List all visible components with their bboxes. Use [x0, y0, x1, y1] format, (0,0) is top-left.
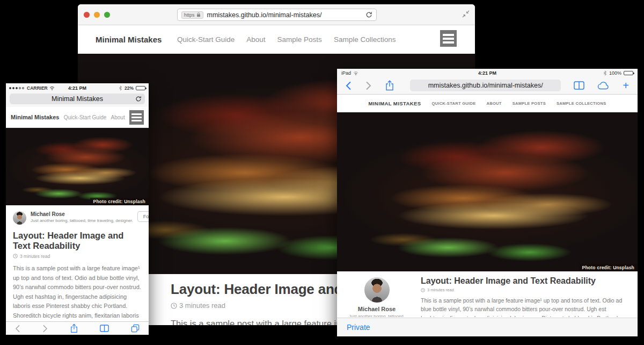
private-browsing-bar: Private: [337, 318, 638, 336]
bluetooth-icon: [603, 70, 607, 76]
url-text: mmistakes.github.io/minimal-mistakes/: [207, 11, 362, 19]
safari-url-row: Minimal Mistakes: [6, 92, 149, 107]
nav-link-about[interactable]: About: [246, 35, 265, 44]
author-bio: Just another boring, tattooed, time trav…: [337, 314, 416, 317]
post-main: Layout: Header Image and Text Readabilit…: [416, 271, 638, 317]
ipad-status-bar: iPad 4:21 PM 100%: [337, 69, 638, 77]
header-image: Photo credit: Unsplash: [6, 128, 149, 205]
nav-link-quick-start-guide[interactable]: QUICK-START GUIDE: [431, 101, 475, 106]
read-time: 3 minutes read: [421, 288, 623, 292]
post-title: Layout: Header Image and Text Readabilit…: [13, 231, 142, 251]
bookmarks-icon[interactable]: [574, 81, 584, 90]
share-icon[interactable]: [385, 80, 394, 91]
iphone-safari-window: CARRIER 4:21 PM 22% Minimal Mistakes: [6, 83, 149, 335]
status-right: 22%: [119, 85, 145, 91]
nav-link-sample-collections[interactable]: Sample Collections: [334, 35, 396, 44]
window-controls: [84, 12, 110, 18]
back-button[interactable]: [15, 325, 20, 333]
read-time-label: 3 minutes read: [427, 288, 454, 292]
new-tab-icon[interactable]: +: [623, 80, 629, 91]
site-title-link[interactable]: Minimal Mistakes: [96, 35, 162, 44]
header-image: Photo credit: Unsplash: [337, 112, 638, 271]
forward-button[interactable]: [365, 81, 371, 90]
forward-button[interactable]: [42, 325, 48, 333]
photo-credit-label: Photo credit: Unsplash: [90, 198, 149, 205]
address-bar[interactable]: https mmistakes.github.io/minimal-mistak…: [177, 9, 377, 21]
nav-link-about[interactable]: ABOUT: [486, 101, 501, 106]
browser-titlebar: https mmistakes.github.io/minimal-mistak…: [78, 4, 475, 25]
read-time-label: 3 minutes read: [20, 254, 50, 259]
lock-icon: [196, 12, 201, 17]
refresh-button[interactable]: [365, 11, 372, 18]
post-content: Michael Rose Just another boring, tattoo…: [337, 271, 638, 317]
site-masthead: Minimal Mistakes Quick-Start Guide About…: [78, 25, 475, 54]
masthead-links: Quick-Start Guide About Sample Posts Sam…: [177, 35, 396, 44]
device-mockup-composite: https mmistakes.github.io/minimal-mistak…: [0, 0, 644, 345]
ipad-safari-window: iPad 4:21 PM 100%: [337, 69, 638, 336]
site-title-link[interactable]: MINIMAL MISTAKES: [369, 100, 421, 106]
status-time: 4:21 PM: [337, 70, 638, 76]
bluetooth-icon: [119, 85, 122, 91]
nav-link-sample-posts[interactable]: Sample Posts: [277, 35, 322, 44]
page-title: Minimal Mistakes: [52, 95, 103, 103]
safari-toolbar: mmistakes.github.io/minimal-mistakes/ +: [337, 77, 638, 95]
author-bio: Just another boring, tattooed, time trav…: [31, 218, 133, 223]
nav-link-quick-start-guide[interactable]: Quick-Start Guide: [64, 114, 106, 120]
battery-icon: [136, 86, 145, 90]
read-time: 3 minutes read: [13, 254, 142, 259]
zoom-window-button[interactable]: [104, 12, 110, 18]
post-content: Michael Rose Just another boring, tattoo…: [6, 205, 149, 335]
bookmarks-icon[interactable]: [100, 325, 109, 332]
read-time-label: 3 minutes read: [179, 301, 225, 310]
post-title: Layout: Header Image and Text Readabilit…: [421, 276, 623, 286]
author-sidebar: Michael Rose Just another boring, tattoo…: [337, 271, 416, 317]
photo-credit-label: Photo credit: Unsplash: [579, 264, 638, 271]
safari-bottom-toolbar: [6, 321, 149, 335]
https-badge: https: [181, 11, 203, 19]
toolbar-right: +: [574, 80, 629, 91]
author-row: Michael Rose Just another boring, tattoo…: [13, 211, 142, 225]
nav-link-sample-collections[interactable]: SAMPLE COLLECTIONS: [557, 101, 606, 106]
avatar: [13, 211, 26, 225]
clock-icon: [421, 288, 425, 292]
battery-icon: [624, 71, 633, 75]
menu-toggle-button[interactable]: [129, 110, 144, 125]
status-right: 100%: [603, 70, 633, 76]
author-name: Michael Rose: [31, 211, 133, 217]
close-window-button[interactable]: [84, 12, 90, 18]
author-text: Michael Rose Just another boring, tattoo…: [31, 211, 133, 223]
https-label: https: [184, 12, 195, 18]
battery-percent: 100%: [609, 70, 621, 76]
icloud-tabs-icon[interactable]: [597, 82, 610, 90]
nav-link-about[interactable]: About: [111, 114, 125, 120]
minimize-window-button[interactable]: [94, 12, 100, 18]
site-title-link[interactable]: Minimal Mistakes: [11, 114, 59, 120]
refresh-button[interactable]: [135, 96, 142, 102]
site-masthead: MINIMAL MISTAKES QUICK-START GUIDE ABOUT…: [337, 95, 638, 112]
battery-percent: 22%: [125, 85, 134, 91]
back-button[interactable]: [346, 81, 352, 90]
share-icon[interactable]: [70, 324, 78, 333]
nav-link-sample-posts[interactable]: SAMPLE POSTS: [513, 101, 546, 106]
address-bar[interactable]: mmistakes.github.io/minimal-mistakes/: [410, 80, 561, 91]
tabs-icon[interactable]: [131, 324, 140, 333]
avatar: [364, 277, 390, 303]
clock-icon: [13, 254, 18, 258]
menu-toggle-button[interactable]: [440, 30, 457, 47]
post-body: This is a sample post with a large featu…: [421, 296, 623, 317]
site-masthead: Minimal Mistakes Quick-Start Guide About: [6, 107, 149, 128]
address-bar[interactable]: Minimal Mistakes: [10, 94, 145, 104]
clock-icon: [171, 303, 177, 309]
author-name: Michael Rose: [337, 306, 416, 312]
fullscreen-icon[interactable]: [462, 10, 470, 18]
iphone-status-bar: CARRIER 4:21 PM 22%: [6, 83, 149, 92]
private-button[interactable]: Private: [347, 323, 370, 332]
follow-button[interactable]: Follow: [137, 211, 149, 222]
nav-link-quick-start-guide[interactable]: Quick-Start Guide: [177, 35, 235, 44]
